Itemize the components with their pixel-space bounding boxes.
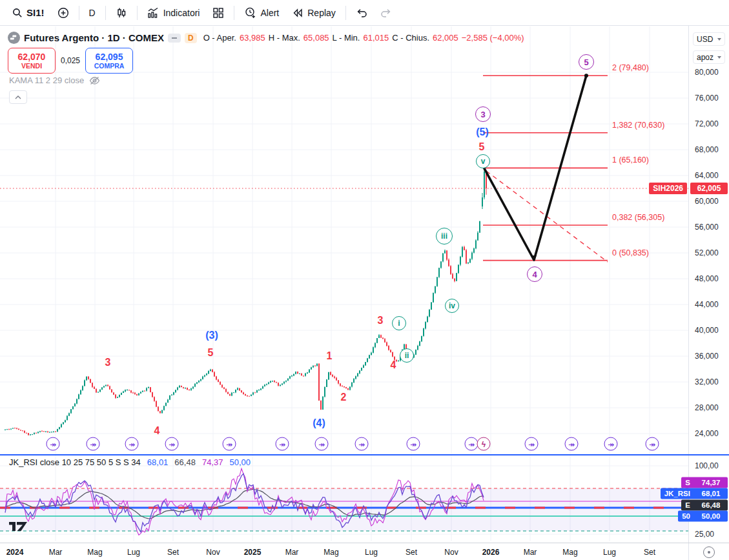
toolbar-divider bbox=[234, 6, 234, 20]
redo-button[interactable] bbox=[375, 3, 398, 23]
eye-off-icon[interactable] bbox=[89, 76, 100, 85]
wave-label-purple-circled[interactable]: 3 bbox=[475, 106, 491, 122]
price-tick-label: 76,000 bbox=[695, 94, 719, 103]
contract-rollover-marker-icon[interactable]: ↠ bbox=[646, 437, 659, 451]
change-value: −2,585 (−4,00%) bbox=[462, 33, 524, 43]
contract-rollover-marker-icon[interactable]: ↠ bbox=[315, 437, 329, 451]
axis-corner-divider bbox=[688, 543, 689, 560]
toolbar-divider bbox=[79, 6, 79, 20]
collapse-legend-button[interactable] bbox=[9, 90, 27, 104]
contract-rollover-marker-icon[interactable]: ↠ bbox=[465, 437, 478, 451]
wave-label-red[interactable]: 4 bbox=[391, 359, 396, 371]
tradingview-logo[interactable] bbox=[9, 520, 28, 532]
layout-templates-button[interactable] bbox=[207, 3, 230, 23]
time-axis-label: Nov bbox=[444, 548, 458, 557]
ohlc-row: O - Aper. 63,985 H - Max. 65,085 L - Min… bbox=[203, 33, 524, 43]
contract-rollover-marker-icon[interactable]: ↠ bbox=[565, 437, 579, 451]
price-axis[interactable]: USD apoz 80,00076,00072,00068,00064,0006… bbox=[688, 26, 729, 543]
wave-label-red[interactable]: 3 bbox=[105, 357, 111, 368]
wave-label-teal-circled[interactable]: iii bbox=[436, 228, 453, 245]
price-tick-label: 60,000 bbox=[695, 197, 719, 206]
rsi-values: 68,0166,4874,3750,00 bbox=[147, 457, 257, 467]
timezone-settings-icon[interactable] bbox=[703, 546, 715, 558]
rsi-value-badge: E66,48 bbox=[681, 500, 728, 511]
fib-level-label[interactable]: 2 (79,480) bbox=[612, 63, 649, 72]
undo-button[interactable] bbox=[350, 3, 373, 23]
buy-button[interactable]: 62,095 COMPRA bbox=[85, 48, 133, 74]
chart-style-button[interactable] bbox=[110, 3, 133, 23]
rsi-legend[interactable]: JK_RSI close 10 25 75 50 5 S S 34 68,016… bbox=[9, 457, 257, 467]
pane-separator[interactable] bbox=[0, 454, 729, 455]
replay-label: Replay bbox=[307, 8, 336, 18]
time-axis-label: Mag bbox=[562, 548, 577, 557]
contract-rollover-marker-icon[interactable]: ↠ bbox=[125, 437, 139, 451]
toolbar-divider bbox=[345, 6, 346, 20]
alert-clock-icon bbox=[244, 6, 256, 19]
rsi-legend-value: 50,00 bbox=[229, 457, 251, 467]
symbol-label: SI1! bbox=[26, 7, 45, 18]
price-tick-label: 32,000 bbox=[695, 377, 719, 386]
chart-legend[interactable]: Futures Argento · 1D · COMEX D O - Aper.… bbox=[8, 32, 524, 44]
wave-label-red[interactable]: 1 bbox=[327, 350, 333, 362]
contract-rollover-marker-icon[interactable]: ↠ bbox=[525, 437, 539, 451]
contract-rollover-marker-icon[interactable]: ↠ bbox=[604, 437, 618, 451]
contract-rollover-marker-icon[interactable]: ↠ bbox=[407, 437, 420, 451]
sell-button[interactable]: 62,070 VENDI bbox=[8, 48, 56, 74]
contract-rollover-marker-icon[interactable]: ↠ bbox=[165, 437, 179, 451]
compare-add-button[interactable] bbox=[52, 3, 75, 23]
wave-label-teal-circled[interactable]: i bbox=[392, 316, 406, 330]
wave-label-blue[interactable]: (3) bbox=[205, 330, 218, 341]
time-axis-label: 2025 bbox=[244, 548, 262, 557]
wave-label-purple-circled[interactable]: 5 bbox=[579, 54, 594, 70]
time-axis-label: 2024 bbox=[6, 548, 24, 557]
price-tick-label: 36,000 bbox=[695, 352, 719, 361]
wave-label-red[interactable]: 5 bbox=[479, 141, 485, 153]
rsi-value-badge: JK_RSI68,01 bbox=[661, 488, 728, 499]
rsi-legend-value: 74,37 bbox=[202, 457, 223, 467]
contract-rollover-marker-icon[interactable]: ↠ bbox=[276, 437, 289, 451]
low-value: 61,015 bbox=[363, 33, 389, 43]
wave-label-blue[interactable]: (5) bbox=[476, 126, 489, 138]
buy-label: COMPRA bbox=[94, 62, 125, 70]
high-value: 65,085 bbox=[303, 33, 329, 43]
time-axis[interactable]: 2024MarMagLugSetNov2025MarMagLugSetNov20… bbox=[0, 543, 729, 560]
currency-label: USD bbox=[697, 35, 713, 44]
fib-level-label[interactable]: 0 (50,835) bbox=[612, 248, 649, 257]
buy-price: 62,095 bbox=[96, 52, 123, 62]
currency-select[interactable]: USD bbox=[693, 32, 725, 46]
symbol-title[interactable]: Futures Argento · 1D · COMEX bbox=[24, 32, 164, 43]
contract-rollover-marker-icon[interactable]: ↠ bbox=[355, 437, 369, 451]
alert-button[interactable]: Alert bbox=[238, 3, 285, 23]
flash-event-marker-icon[interactable]: ϟ bbox=[477, 437, 491, 451]
fib-level-label[interactable]: 1 (65,160) bbox=[612, 155, 649, 165]
chevron-down-icon bbox=[717, 38, 721, 41]
unit-select[interactable]: apoz bbox=[693, 50, 725, 64]
rsi-value-badge: 5050,00 bbox=[678, 511, 728, 522]
price-tick-label: 24,000 bbox=[695, 429, 719, 438]
kama-indicator-legend[interactable]: KAMA 11 2 29 close bbox=[9, 75, 100, 85]
contract-rollover-marker-icon[interactable]: ↠ bbox=[87, 437, 100, 451]
contract-rollover-marker-icon[interactable]: ↠ bbox=[223, 437, 236, 451]
wave-label-purple-circled[interactable]: 4 bbox=[527, 266, 542, 282]
price-tick-label: 44,000 bbox=[695, 300, 719, 309]
fib-level-label[interactable]: 0,382 (56,305) bbox=[612, 213, 664, 222]
replay-button[interactable]: Replay bbox=[286, 3, 342, 23]
wave-label-teal-circled[interactable]: v bbox=[476, 154, 490, 168]
fib-level-label[interactable]: 1,382 (70,630) bbox=[612, 121, 664, 130]
top-toolbar: SI1! D Indicatori Alert Replay bbox=[0, 0, 729, 26]
symbol-search-button[interactable]: SI1! bbox=[6, 3, 50, 23]
wave-label-red[interactable]: 5 bbox=[208, 347, 214, 359]
wave-label-teal-circled[interactable]: iv bbox=[445, 299, 459, 313]
wave-label-red[interactable]: 2 bbox=[341, 392, 347, 403]
wave-label-red[interactable]: 3 bbox=[378, 315, 384, 326]
wave-label-teal-circled[interactable]: ii bbox=[400, 348, 414, 363]
contract-rollover-marker-icon[interactable]: ↠ bbox=[46, 437, 60, 451]
wave-label-blue[interactable]: (4) bbox=[313, 417, 325, 429]
indicators-button[interactable]: Indicatori bbox=[141, 3, 206, 23]
timeframe-button[interactable]: D bbox=[83, 3, 101, 23]
wave-label-red[interactable]: 4 bbox=[154, 425, 160, 437]
time-axis-label: Set bbox=[644, 548, 655, 557]
alert-label: Alert bbox=[260, 8, 279, 18]
rsi-axis-tick-label: 25,00 bbox=[695, 530, 714, 539]
rsi-legend-value: 66,48 bbox=[174, 457, 196, 467]
